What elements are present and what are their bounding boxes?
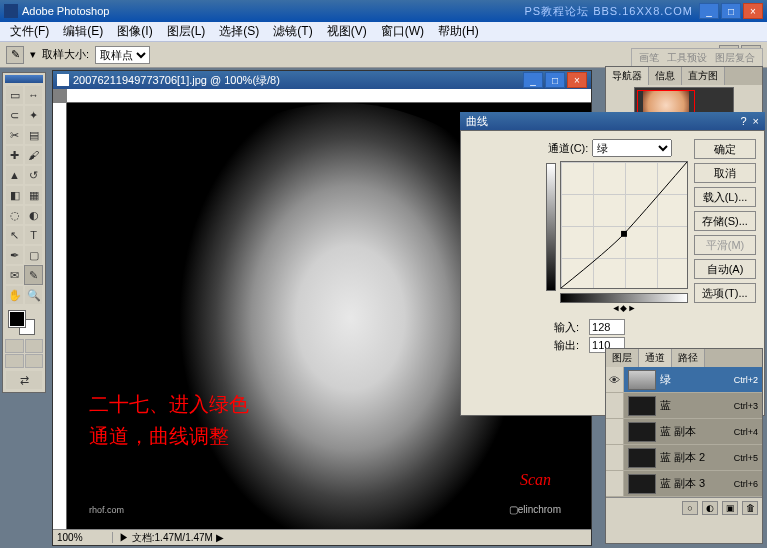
input-field[interactable] bbox=[589, 319, 625, 335]
ruler-horizontal[interactable] bbox=[67, 89, 591, 103]
visibility-toggle[interactable] bbox=[606, 393, 624, 418]
slice-tool[interactable]: ▤ bbox=[24, 125, 43, 145]
dodge-tool[interactable]: ◐ bbox=[24, 205, 43, 225]
well-layercomps[interactable]: 图层复合 bbox=[712, 51, 758, 65]
channel-shortcut: Ctrl+3 bbox=[734, 401, 762, 411]
channel-shortcut: Ctrl+6 bbox=[734, 479, 762, 489]
channel-shortcut: Ctrl+5 bbox=[734, 453, 762, 463]
visibility-toggle[interactable] bbox=[606, 445, 624, 470]
curves-titlebar[interactable]: 曲线 ? × bbox=[460, 112, 765, 130]
tab-channels[interactable]: 通道 bbox=[639, 349, 672, 367]
tool-preset-icon[interactable]: ✎ bbox=[6, 46, 24, 64]
eyedropper-tool[interactable]: ✎ bbox=[24, 265, 43, 285]
curves-close-icon[interactable]: × bbox=[753, 115, 759, 127]
lasso-tool[interactable]: ⊂ bbox=[5, 105, 24, 125]
eraser-tool[interactable]: ◧ bbox=[5, 185, 24, 205]
well-brushes[interactable]: 画笔 bbox=[636, 51, 662, 65]
history-brush-tool[interactable]: ↺ bbox=[24, 165, 43, 185]
curves-graph[interactable] bbox=[560, 161, 688, 289]
channel-row[interactable]: 蓝 副本 Ctrl+4 bbox=[606, 419, 762, 445]
gradient-arrows[interactable]: ◄◆► bbox=[560, 303, 688, 313]
blur-tool[interactable]: ◌ bbox=[5, 205, 24, 225]
type-tool[interactable]: T bbox=[24, 225, 43, 245]
visibility-toggle[interactable]: 👁 bbox=[606, 367, 624, 392]
visibility-toggle[interactable] bbox=[606, 471, 624, 496]
status-info[interactable]: ▶ 文档:1.47M/1.47M ▶ bbox=[113, 531, 591, 545]
move-tool[interactable]: ↔ bbox=[24, 85, 43, 105]
document-icon bbox=[57, 74, 69, 86]
tab-histogram[interactable]: 直方图 bbox=[682, 67, 725, 85]
well-toolpresets[interactable]: 工具预设 bbox=[664, 51, 710, 65]
load-selection-icon[interactable]: ○ bbox=[682, 501, 698, 515]
menu-filter[interactable]: 滤镜(T) bbox=[267, 21, 318, 42]
menu-bar: 文件(F) 编辑(E) 图像(I) 图层(L) 选择(S) 滤镜(T) 视图(V… bbox=[0, 22, 767, 42]
jump-to-imageready[interactable]: ⇄ bbox=[5, 370, 43, 390]
ruler-vertical[interactable] bbox=[53, 103, 67, 529]
screen-mode-2[interactable] bbox=[25, 354, 44, 368]
save-button[interactable]: 存储(S)... bbox=[694, 211, 756, 231]
menu-image[interactable]: 图像(I) bbox=[111, 21, 158, 42]
watermark-text: PS教程论坛 BBS.16XX8.COM bbox=[524, 4, 693, 19]
heal-tool[interactable]: ✚ bbox=[5, 145, 24, 165]
tab-paths[interactable]: 路径 bbox=[672, 349, 705, 367]
wand-tool[interactable]: ✦ bbox=[24, 105, 43, 125]
scan-signature: Scan bbox=[520, 471, 551, 489]
hand-tool[interactable]: ✋ bbox=[5, 285, 24, 305]
input-label: 输入: bbox=[554, 320, 579, 335]
auto-button[interactable]: 自动(A) bbox=[694, 259, 756, 279]
pen-tool[interactable]: ✒ bbox=[5, 245, 24, 265]
minimize-button[interactable]: _ bbox=[699, 3, 719, 19]
doc-minimize-button[interactable]: _ bbox=[523, 72, 543, 88]
menu-window[interactable]: 窗口(W) bbox=[375, 21, 430, 42]
notes-tool[interactable]: ✉ bbox=[5, 265, 24, 285]
load-button[interactable]: 载入(L)... bbox=[694, 187, 756, 207]
color-swatches[interactable] bbox=[5, 309, 43, 337]
visibility-toggle[interactable] bbox=[606, 419, 624, 444]
doc-maximize-button[interactable]: □ bbox=[545, 72, 565, 88]
ok-button[interactable]: 确定 bbox=[694, 139, 756, 159]
stamp-tool[interactable]: ▲ bbox=[5, 165, 24, 185]
crop-tool[interactable]: ✂ bbox=[5, 125, 24, 145]
tab-layers[interactable]: 图层 bbox=[606, 349, 639, 367]
curves-help-icon[interactable]: ? bbox=[740, 115, 746, 127]
channel-select[interactable]: 绿 bbox=[592, 139, 672, 157]
sample-size-select[interactable]: 取样点 bbox=[95, 46, 150, 64]
channel-row[interactable]: 蓝 Ctrl+3 bbox=[606, 393, 762, 419]
quickmask-mode[interactable] bbox=[25, 339, 44, 353]
channel-row[interactable]: 蓝 副本 2 Ctrl+5 bbox=[606, 445, 762, 471]
channel-thumb bbox=[628, 448, 656, 468]
zoom-field[interactable]: 100% bbox=[53, 532, 113, 543]
fg-color-swatch[interactable] bbox=[9, 311, 25, 327]
menu-file[interactable]: 文件(F) bbox=[4, 21, 55, 42]
menu-view[interactable]: 视图(V) bbox=[321, 21, 373, 42]
smooth-button: 平滑(M) bbox=[694, 235, 756, 255]
menu-layer[interactable]: 图层(L) bbox=[161, 21, 212, 42]
delete-channel-icon[interactable]: 🗑 bbox=[742, 501, 758, 515]
menu-help[interactable]: 帮助(H) bbox=[432, 21, 485, 42]
tab-info[interactable]: 信息 bbox=[649, 67, 682, 85]
brush-tool[interactable]: 🖌 bbox=[24, 145, 43, 165]
menu-edit[interactable]: 编辑(E) bbox=[57, 21, 109, 42]
cancel-button[interactable]: 取消 bbox=[694, 163, 756, 183]
gradient-tool[interactable]: ▦ bbox=[24, 185, 43, 205]
marquee-tool[interactable]: ▭ bbox=[5, 85, 24, 105]
close-button[interactable]: × bbox=[743, 3, 763, 19]
channel-row[interactable]: 蓝 副本 3 Ctrl+6 bbox=[606, 471, 762, 497]
screen-mode-1[interactable] bbox=[5, 354, 24, 368]
toolbox: ▭↔ ⊂✦ ✂▤ ✚🖌 ▲↺ ◧▦ ◌◐ ↖T ✒▢ ✉✎ ✋🔍 ⇄ bbox=[2, 72, 46, 393]
document-titlebar[interactable]: 20076211949773706[1].jpg @ 100%(绿/8) _ □… bbox=[53, 71, 591, 89]
shape-tool[interactable]: ▢ bbox=[24, 245, 43, 265]
options-button[interactable]: 选项(T)... bbox=[694, 283, 756, 303]
channel-row[interactable]: 👁 绿 Ctrl+2 bbox=[606, 367, 762, 393]
maximize-button[interactable]: □ bbox=[721, 3, 741, 19]
path-tool[interactable]: ↖ bbox=[5, 225, 24, 245]
doc-close-button[interactable]: × bbox=[567, 72, 587, 88]
save-selection-icon[interactable]: ◐ bbox=[702, 501, 718, 515]
image-watermark-left: rhof.com bbox=[89, 505, 124, 515]
channel-thumb bbox=[628, 370, 656, 390]
tab-navigator[interactable]: 导航器 bbox=[606, 67, 649, 85]
zoom-tool[interactable]: 🔍 bbox=[24, 285, 43, 305]
standard-mode[interactable] bbox=[5, 339, 24, 353]
new-channel-icon[interactable]: ▣ bbox=[722, 501, 738, 515]
menu-select[interactable]: 选择(S) bbox=[213, 21, 265, 42]
